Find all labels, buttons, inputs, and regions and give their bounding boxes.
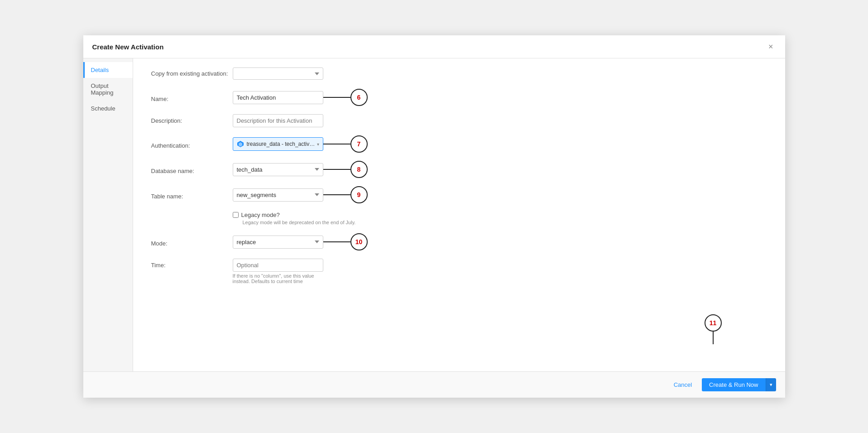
create-dropdown-button[interactable]: ▾ <box>766 378 776 391</box>
create-run-button[interactable]: Create & Run Now <box>702 378 765 391</box>
copy-label: Copy from existing activation: <box>151 70 233 77</box>
close-button[interactable]: × <box>766 42 776 52</box>
connector-6 <box>323 97 350 98</box>
modal-header: Create New Activation × <box>83 35 785 58</box>
annotation-bubble-6: 6 <box>350 89 368 106</box>
create-button-group: Create & Run Now ▾ <box>702 378 776 391</box>
annotation-11-container: 11 <box>705 314 722 344</box>
auth-chevron-icon: ▾ <box>317 142 319 147</box>
copy-select[interactable] <box>233 67 323 80</box>
connector-8 <box>323 169 350 170</box>
annotation-bubble-8: 8 <box>350 161 368 178</box>
auth-value: treasure_data - tech_activat... <box>247 141 315 147</box>
connector-7 <box>323 144 350 144</box>
legacy-checkbox-label[interactable]: Legacy mode? <box>233 212 356 218</box>
modal-footer: Cancel Create & Run Now ▾ <box>83 371 785 398</box>
legacy-desc: Legacy mode will be deprecated on the en… <box>243 220 356 225</box>
annotation-bubble-11: 11 <box>705 314 722 332</box>
name-label: Name: <box>151 92 233 102</box>
sidebar-item-output-mapping[interactable]: Output Mapping <box>83 78 133 101</box>
time-label: Time: <box>151 259 233 269</box>
mode-label: Mode: <box>151 237 233 247</box>
name-row: Name: 6 <box>151 89 767 106</box>
time-hint: If there is no "column", use this value … <box>233 273 323 284</box>
modal-title: Create New Activation <box>92 43 164 51</box>
database-select[interactable]: tech_data <box>233 163 323 176</box>
mode-select[interactable]: replace <box>233 236 323 249</box>
cancel-button[interactable]: Cancel <box>667 379 698 391</box>
auth-label: Authentication: <box>151 139 233 149</box>
footer-connector-line <box>713 332 714 344</box>
description-row: Description: <box>151 114 767 127</box>
treasure-data-icon <box>237 140 244 148</box>
time-input[interactable] <box>233 259 323 272</box>
main-content: Copy from existing activation: Name: 6 D… <box>133 58 785 371</box>
database-label: Database name: <box>151 164 233 174</box>
table-label: Table name: <box>151 190 233 200</box>
description-label: Description: <box>151 114 233 124</box>
create-activation-modal: Create New Activation × Details Output M… <box>83 35 785 398</box>
annotation-bubble-10: 10 <box>350 233 368 250</box>
time-row: Time: If there is no "column", use this … <box>151 259 767 284</box>
auth-select[interactable]: treasure_data - tech_activat... ▾ <box>233 137 323 151</box>
legacy-checkbox[interactable] <box>233 212 239 218</box>
table-row: Table name: new_segments 9 <box>151 186 767 203</box>
legacy-row: Legacy mode? Legacy mode will be depreca… <box>233 212 767 225</box>
sidebar: Details Output Mapping Schedule <box>83 58 133 371</box>
auth-row: Authentication: treasure_data - tech_act… <box>151 135 767 153</box>
database-row: Database name: tech_data 8 <box>151 161 767 178</box>
name-input[interactable] <box>233 91 323 104</box>
connector-10 <box>323 241 350 242</box>
table-select[interactable]: new_segments <box>233 188 323 202</box>
sidebar-item-details[interactable]: Details <box>83 62 133 78</box>
modal-body: Details Output Mapping Schedule Copy fro… <box>83 58 785 371</box>
mode-row: Mode: replace 10 <box>151 233 767 250</box>
annotation-bubble-7: 7 <box>350 135 368 153</box>
sidebar-item-schedule[interactable]: Schedule <box>83 101 133 116</box>
description-input[interactable] <box>233 114 323 127</box>
annotation-bubble-9: 9 <box>350 186 368 203</box>
copy-row: Copy from existing activation: <box>151 67 767 80</box>
connector-9 <box>323 194 350 195</box>
